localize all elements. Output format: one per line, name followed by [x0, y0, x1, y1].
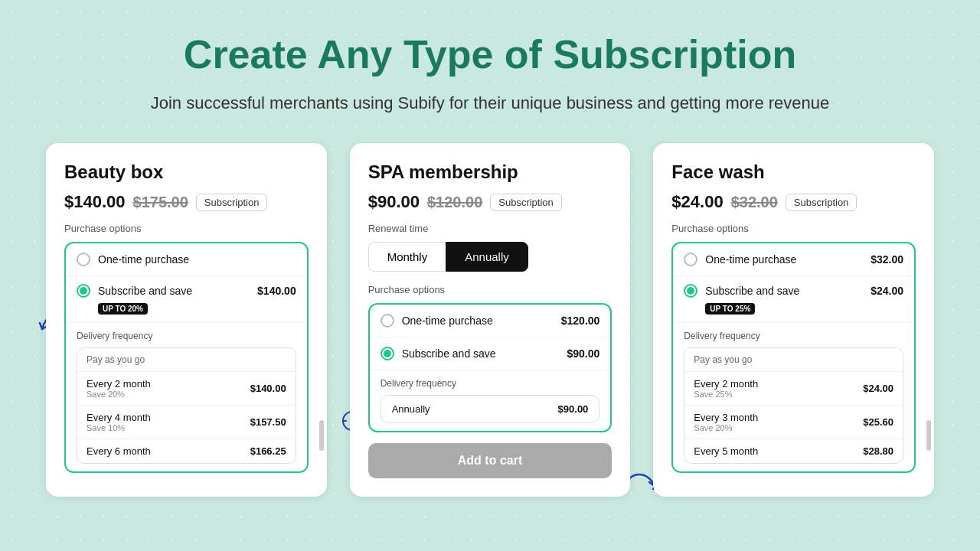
- beauty-box-price-current: $140.00: [64, 192, 126, 212]
- face-wash-radio-onetime[interactable]: [684, 253, 697, 266]
- spa-annually-row[interactable]: Annually $90.00: [381, 396, 599, 422]
- face-wash-freq-name-2: Every 5 month: [694, 445, 758, 457]
- face-wash-card: Face wash $24.00 $32.00 Subscription Pur…: [653, 143, 934, 497]
- beauty-box-card: Beauty box $140.00 $175.00 Subscription …: [46, 143, 327, 497]
- face-wash-discount-badge: UP To 25%: [705, 303, 755, 315]
- spa-onetime-price: $120.00: [561, 315, 600, 327]
- spa-price-original: $120.00: [427, 194, 482, 211]
- spa-price-current: $90.00: [368, 192, 420, 212]
- spa-purchase-options: One-time purchase $120.00 Subscribe and …: [368, 303, 612, 432]
- beauty-box-freq-row-1[interactable]: Every 4 month Save 10% $157.50: [77, 406, 296, 439]
- spa-delivery-label: Delivery frequency: [381, 378, 600, 389]
- spa-renewal-toggle: Monthly Annually: [368, 242, 612, 272]
- face-wash-subscribe-label: Subscribe and save: [705, 285, 799, 297]
- beauty-box-freq-row-0[interactable]: Every 2 month Save 20% $140.00: [77, 372, 296, 406]
- spa-renewal-label: Renewal time: [368, 223, 612, 234]
- face-wash-radio-subscribe[interactable]: [684, 284, 697, 298]
- face-wash-section-label: Purchase options: [671, 223, 916, 234]
- face-wash-freq-row-2[interactable]: Every 5 month $28.80: [684, 439, 903, 463]
- face-wash-subscription-badge: Subscription: [786, 194, 858, 211]
- beauty-box-title: Beauty box: [64, 161, 309, 183]
- spa-toggle-annually[interactable]: Annually: [446, 242, 528, 272]
- page-title: Create Any Type of Subscription: [46, 31, 934, 78]
- spa-subscription-badge: Subscription: [490, 194, 562, 211]
- face-wash-title: Face wash: [671, 161, 916, 183]
- face-wash-purchase-options: One-time purchase $32.00 Subscribe and s…: [671, 242, 916, 473]
- face-wash-price-row: $24.00 $32.00 Subscription: [671, 192, 916, 212]
- beauty-box-freq-price-0: $140.00: [250, 383, 286, 394]
- spa-membership-card: SPA membership $90.00 $120.00 Subscripti…: [350, 143, 631, 497]
- beauty-box-radio-subscribe[interactable]: [77, 284, 90, 298]
- spa-delivery: Delivery frequency Annually $90.00: [370, 370, 611, 431]
- face-wash-price-current: $24.00: [671, 192, 723, 212]
- face-wash-freq-header: Pay as you go: [684, 348, 903, 372]
- face-wash-radio-inner: [687, 287, 694, 295]
- spa-radio-subscribe[interactable]: [381, 347, 394, 360]
- face-wash-delivery: Delivery frequency Pay as you go Every 2…: [673, 323, 914, 471]
- beauty-box-subscribe-price: $140.00: [257, 285, 296, 297]
- beauty-box-onetime-label: One-time purchase: [98, 253, 189, 266]
- face-wash-onetime-price: $32.00: [871, 253, 903, 266]
- beauty-box-freq-save-1: Save 10%: [87, 423, 151, 432]
- spa-radio-onetime[interactable]: [381, 314, 394, 328]
- spa-frequency-box: Annually $90.00: [381, 395, 600, 423]
- face-wash-freq-row-0[interactable]: Every 2 month Save 25% $24.00: [684, 372, 903, 406]
- beauty-box-section-label: Purchase options: [64, 223, 309, 234]
- spa-option-onetime[interactable]: One-time purchase $120.00: [370, 305, 611, 337]
- spa-add-to-cart-button[interactable]: Add to cart: [368, 443, 612, 478]
- cards-container: Beauty box $140.00 $175.00 Subscription …: [46, 143, 934, 497]
- beauty-box-radio-onetime[interactable]: [77, 253, 90, 266]
- spa-toggle-monthly[interactable]: Monthly: [368, 242, 446, 272]
- spa-annually-price: $90.00: [558, 403, 589, 415]
- beauty-box-radio-inner: [80, 287, 87, 295]
- beauty-box-freq-save-0: Save 20%: [87, 390, 151, 399]
- face-wash-freq-price-0: $24.00: [863, 383, 893, 394]
- beauty-box-delivery-label: Delivery frequency: [77, 331, 296, 341]
- face-wash-price-original: $32.00: [731, 194, 778, 211]
- beauty-box-price-row: $140.00 $175.00 Subscription: [64, 192, 309, 212]
- face-wash-freq-row-1[interactable]: Every 3 month Save 20% $25.60: [684, 406, 903, 439]
- face-wash-freq-price-2: $28.80: [863, 445, 893, 457]
- spa-price-row: $90.00 $120.00 Subscription: [368, 192, 612, 212]
- face-wash-scrollbar[interactable]: [926, 420, 931, 451]
- beauty-box-price-original: $175.00: [133, 194, 188, 211]
- face-wash-delivery-label: Delivery frequency: [684, 331, 903, 341]
- face-wash-option-onetime[interactable]: One-time purchase $32.00: [673, 243, 914, 276]
- beauty-box-delivery: Delivery frequency Pay as you go Every 2…: [66, 323, 307, 471]
- spa-section-label: Purchase options: [368, 284, 612, 295]
- face-wash-option-subscribe[interactable]: Subscribe and save $24.00 UP To 25%: [673, 276, 914, 323]
- beauty-box-scrollbar[interactable]: [319, 420, 324, 451]
- spa-radio-inner: [384, 350, 391, 357]
- beauty-box-freq-row-2[interactable]: Every 6 month $166.25: [77, 439, 296, 463]
- spa-subscribe-price: $90.00: [567, 347, 600, 360]
- beauty-box-subscription-badge: Subscription: [196, 194, 268, 211]
- beauty-box-purchase-options: One-time purchase Subscribe and save $14…: [64, 242, 309, 473]
- beauty-box-option-onetime[interactable]: One-time purchase: [66, 243, 307, 276]
- spa-option-subscribe[interactable]: Subscribe and save $90.00: [370, 337, 611, 370]
- face-wash-freq-name-1: Every 3 month: [694, 412, 758, 423]
- beauty-box-freq-name-1: Every 4 month: [87, 412, 151, 423]
- beauty-box-option-subscribe[interactable]: Subscribe and save $140.00 UP To 20%: [66, 276, 307, 323]
- beauty-box-freq-header: Pay as you go: [77, 348, 296, 372]
- face-wash-onetime-label: One-time purchase: [705, 253, 796, 266]
- beauty-box-freq-price-2: $166.25: [250, 445, 286, 457]
- spa-annually-label: Annually: [392, 403, 430, 415]
- face-wash-freq-save-0: Save 25%: [694, 390, 758, 399]
- beauty-box-discount-badge: UP To 20%: [98, 303, 148, 315]
- beauty-box-subscribe-label: Subscribe and save: [98, 285, 192, 297]
- spa-subscribe-label: Subscribe and save: [402, 347, 496, 360]
- beauty-box-freq-price-1: $157.50: [250, 416, 286, 428]
- spa-title: SPA membership: [368, 161, 612, 183]
- beauty-box-frequency-box: Pay as you go Every 2 month Save 20% $14…: [77, 347, 296, 464]
- page-subtitle: Join successful merchants using Subify f…: [46, 90, 934, 116]
- face-wash-frequency-box: Pay as you go Every 2 month Save 25% $24…: [684, 347, 903, 464]
- face-wash-freq-name-0: Every 2 month: [694, 378, 758, 390]
- face-wash-freq-price-1: $25.60: [863, 416, 893, 428]
- page-header: Create Any Type of Subscription Join suc…: [46, 31, 934, 116]
- spa-onetime-label: One-time purchase: [402, 315, 493, 327]
- beauty-box-freq-name-2: Every 6 month: [87, 445, 151, 457]
- beauty-box-freq-name-0: Every 2 month: [87, 378, 151, 390]
- face-wash-subscribe-price: $24.00: [871, 285, 903, 297]
- face-wash-freq-save-1: Save 20%: [694, 423, 758, 432]
